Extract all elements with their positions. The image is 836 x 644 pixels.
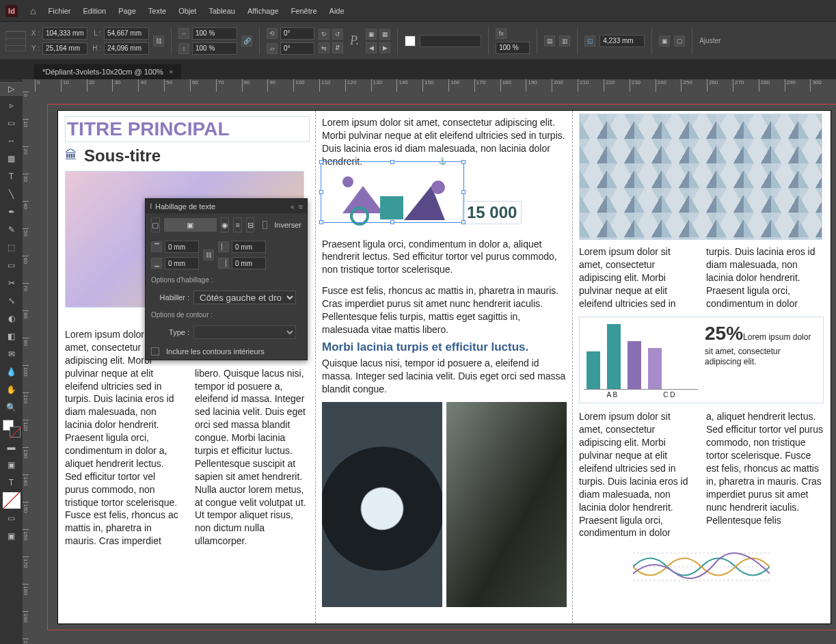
gap-tool[interactable]: ↔ xyxy=(3,133,21,149)
shear-icon: ▱ xyxy=(267,43,278,54)
wrap-to-select[interactable]: Côtés gauche et droit xyxy=(193,291,296,304)
apply-none-icon[interactable] xyxy=(3,492,21,509)
height-field[interactable] xyxy=(104,42,149,55)
select-container-icon[interactable]: ▣ xyxy=(366,29,377,40)
color-swatches[interactable] xyxy=(3,420,21,438)
rectangle-frame-tool[interactable]: ⬚ xyxy=(3,239,21,256)
gradient-feather-tool[interactable]: ◧ xyxy=(3,328,21,345)
offset-left-field[interactable] xyxy=(232,241,266,253)
ruler-origin[interactable] xyxy=(23,79,35,92)
rotate-icon: ⟲ xyxy=(267,28,278,39)
close-tab-icon[interactable]: × xyxy=(169,68,173,76)
eyedropper-tool[interactable]: 💧 xyxy=(3,364,21,380)
corner-icon[interactable]: ◱ xyxy=(584,36,595,46)
anchor-icon[interactable]: ⚓ xyxy=(438,157,446,165)
width-field[interactable] xyxy=(104,27,149,40)
menu-edition[interactable]: Edition xyxy=(83,7,106,15)
offset-bottom-field[interactable] xyxy=(165,257,199,269)
selection-box[interactable] xyxy=(321,161,464,223)
flip-h-icon[interactable]: ⇋ xyxy=(319,42,329,53)
panel-collapse-icon[interactable]: « xyxy=(290,202,294,211)
line-tool[interactable]: ╲ xyxy=(3,186,21,202)
contour-type-select[interactable] xyxy=(193,325,296,339)
formatting-text-icon[interactable]: T xyxy=(3,474,21,491)
free-transform-tool[interactable]: ⤡ xyxy=(3,293,21,309)
photo-frame-1[interactable] xyxy=(322,402,442,607)
apply-color-icon[interactable]: ▬ xyxy=(3,439,21,455)
menu-tableau[interactable]: Tableau xyxy=(208,7,235,15)
include-inside-checkbox[interactable] xyxy=(151,347,159,355)
wrap-jump-button[interactable]: ≡ xyxy=(233,217,242,232)
offset-top-field[interactable] xyxy=(165,241,199,253)
fill-swatch[interactable] xyxy=(405,36,416,46)
opacity-field[interactable] xyxy=(496,42,530,54)
text-wrap-icon[interactable]: ▤ xyxy=(544,36,555,46)
y-field[interactable] xyxy=(42,42,87,55)
pencil-tool[interactable]: ✎ xyxy=(3,222,21,238)
text-wrap-panel[interactable]: ⁞Habillage de texte «≡ ▢ ▣ ◉ ≡ ⊟ Inverse… xyxy=(145,198,308,360)
panel-drag-icon[interactable]: ⁞ xyxy=(150,202,152,211)
scissors-tool[interactable]: ✂ xyxy=(3,275,21,291)
menu-texte[interactable]: Texte xyxy=(148,7,166,15)
select-prev-icon[interactable]: ◀ xyxy=(366,42,377,53)
offset-right-icon: ▕ xyxy=(218,258,229,269)
menu-page[interactable]: Page xyxy=(118,7,136,15)
canvas[interactable]: 0102030405060708090100110120130140150160… xyxy=(23,79,836,644)
link-offsets-icon[interactable]: ⛓ xyxy=(203,250,214,260)
panel-menu-icon[interactable]: ≡ xyxy=(299,202,303,211)
flip-v-icon[interactable]: ⇵ xyxy=(332,42,343,53)
fill-field[interactable] xyxy=(420,35,481,47)
scale-h-field[interactable] xyxy=(192,42,237,55)
rotate-field[interactable] xyxy=(280,27,314,40)
wrap-none-button[interactable]: ▢ xyxy=(151,217,160,232)
menu-fenetre[interactable]: Fenêtre xyxy=(291,7,317,15)
select-content-icon[interactable]: ▦ xyxy=(379,29,390,40)
note-tool[interactable]: ✉ xyxy=(3,346,21,362)
select-next-icon[interactable]: ▶ xyxy=(379,42,390,53)
frame-fit2-icon[interactable]: ▢ xyxy=(674,36,685,46)
wrap-shape-button[interactable]: ◉ xyxy=(221,217,230,232)
invert-checkbox[interactable] xyxy=(262,221,267,229)
ruler-horizontal[interactable]: 0102030405060708090100110120130140150160… xyxy=(35,79,836,92)
frame-fit1-icon[interactable]: ▣ xyxy=(659,36,670,46)
corner-field[interactable] xyxy=(599,35,645,47)
wrap-jump-next-button[interactable]: ⊟ xyxy=(246,217,255,232)
menu-objet[interactable]: Objet xyxy=(178,7,196,15)
document-tab[interactable]: *Dépliant-3volets-10x20cm @ 100% × xyxy=(34,64,181,79)
ruler-vertical[interactable]: 0102030405060708090100110120130140150160… xyxy=(23,92,35,644)
scale-w-field[interactable] xyxy=(192,27,237,40)
gradient-swatch-tool[interactable]: ◐ xyxy=(3,310,21,327)
scale-h-icon: ↕ xyxy=(178,43,189,54)
zoom-tool[interactable]: 🔍 xyxy=(3,399,21,416)
fold-guide-1 xyxy=(315,111,316,623)
content-collector-tool[interactable]: ▦ xyxy=(3,150,21,167)
triangle-pattern-frame[interactable] xyxy=(579,113,822,240)
wrap-bounding-button[interactable]: ▣ xyxy=(164,218,217,232)
rotate-cw-icon[interactable]: ↻ xyxy=(319,29,329,40)
shear-field[interactable] xyxy=(280,42,314,55)
menu-aide[interactable]: Aide xyxy=(329,7,345,15)
hand-tool[interactable]: ✋ xyxy=(3,381,21,398)
x-field[interactable] xyxy=(42,27,87,40)
direct-selection-tool[interactable]: ▹ xyxy=(3,97,21,113)
text-wrap2-icon[interactable]: ▥ xyxy=(559,36,570,46)
pen-tool[interactable]: ✒ xyxy=(3,204,21,220)
fx-icon[interactable]: fx xyxy=(496,28,507,39)
type-tool[interactable]: T xyxy=(3,168,21,185)
link-icon[interactable]: 🔗 xyxy=(241,36,252,46)
photo-frame-2[interactable] xyxy=(446,402,567,607)
rectangle-tool[interactable]: ▭ xyxy=(3,257,21,273)
home-icon[interactable]: ⌂ xyxy=(30,5,36,16)
page-tool[interactable]: ▭ xyxy=(3,115,21,131)
menu-fichier[interactable]: Fichier xyxy=(48,7,70,15)
reference-point-icon[interactable] xyxy=(5,31,26,51)
wave-chart xyxy=(633,546,770,587)
view-mode-icon[interactable]: ▭ xyxy=(3,510,21,526)
rotate-ccw-icon[interactable]: ↺ xyxy=(332,29,343,40)
offset-right-field[interactable] xyxy=(232,257,266,269)
p3-text-a: Lorem ipsum dolor sit amet, consectetur … xyxy=(579,245,697,310)
menu-affichage[interactable]: Affichage xyxy=(247,7,279,15)
screen-mode-icon[interactable]: ▣ xyxy=(3,528,21,544)
formatting-container-icon[interactable]: ▣ xyxy=(3,457,21,473)
constrain-icon[interactable]: ⛓ xyxy=(153,36,164,46)
